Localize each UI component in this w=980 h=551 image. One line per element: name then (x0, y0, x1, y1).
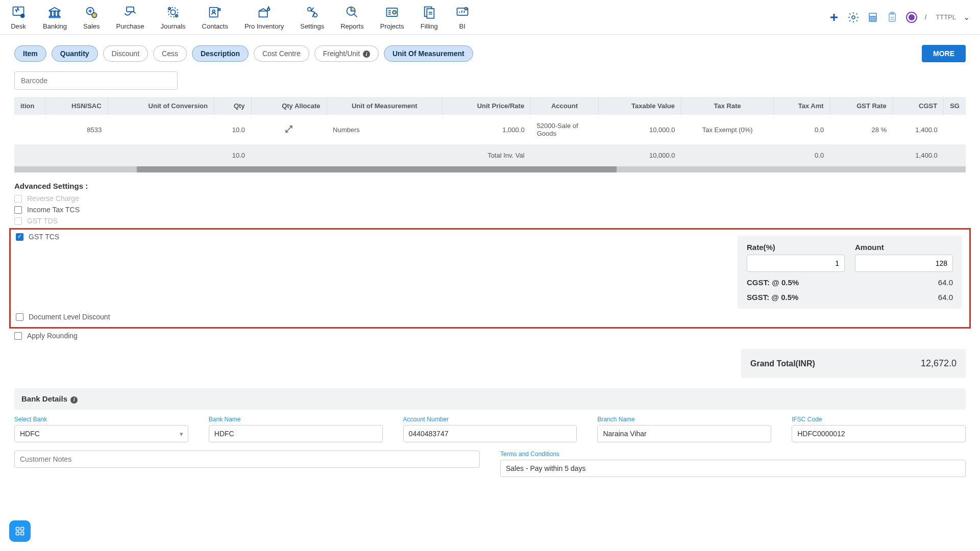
gst-tds-label: GST TDS (27, 217, 58, 225)
th-uoc: Unit of Conversion (108, 97, 214, 115)
svg-point-19 (313, 13, 317, 17)
th-uom: Unit of Measurement (327, 97, 442, 115)
svg-point-30 (870, 17, 871, 18)
nav-reports[interactable]: Reports (340, 4, 364, 30)
info-icon: i (363, 51, 370, 58)
chevron-down-icon[interactable]: ▾ (180, 430, 183, 438)
more-button[interactable]: MORE (922, 45, 966, 62)
calculator-icon[interactable] (867, 11, 879, 23)
company-dropdown[interactable]: ⌄ (963, 12, 970, 22)
svg-rect-16 (259, 11, 267, 17)
terms-input[interactable] (500, 460, 966, 477)
bank-name-input[interactable] (209, 425, 383, 442)
svg-rect-3 (54, 11, 55, 16)
customer-notes-input[interactable] (14, 450, 480, 468)
desk-icon (10, 4, 27, 20)
banking-icon (46, 4, 63, 20)
svg-point-33 (870, 19, 871, 20)
pill-discount[interactable]: Discount (103, 45, 148, 62)
pill-freight[interactable]: Freight/Unit i (314, 45, 379, 62)
nav-desk[interactable]: Desk (10, 4, 27, 30)
tcs-amount-input[interactable] (855, 255, 953, 272)
nav-proinventory[interactable]: Pro Inventory (244, 4, 284, 30)
horizontal-scrollbar[interactable] (137, 166, 617, 172)
projects-icon (384, 4, 400, 20)
income-tax-tcs-checkbox[interactable] (14, 206, 22, 214)
svg-rect-8 (127, 7, 134, 12)
branch-name-label: Branch Name (597, 416, 771, 423)
nav-filling[interactable]: Filling (421, 4, 438, 30)
bank-details-header: Bank Details i (14, 388, 966, 410)
svg-rect-2 (51, 11, 52, 16)
th-ition: ition (14, 97, 45, 115)
gst-tcs-panel: Rate(%) Amount CGST: @ 0.5% 64.0 SGST (738, 236, 962, 309)
apply-rounding-checkbox[interactable] (14, 332, 22, 340)
bank-name-label: Bank Name (209, 416, 383, 423)
svg-point-35 (874, 19, 875, 20)
inventory-icon (256, 4, 273, 20)
svg-point-1 (21, 14, 24, 18)
info-icon[interactable]: i (70, 396, 78, 404)
th-qtyalloc: Qty Allocate (251, 97, 327, 115)
pill-cess[interactable]: Cess (153, 45, 187, 62)
svg-point-22 (393, 11, 396, 14)
pill-quantity[interactable]: Quantity (52, 45, 98, 62)
svg-point-9 (170, 10, 175, 14)
nav-purchase[interactable]: Purchase (116, 4, 144, 30)
clipboard-icon[interactable] (886, 11, 898, 23)
qty-allocate-icon[interactable] (251, 115, 327, 144)
nav-projects[interactable]: Projects (380, 4, 404, 30)
nav-bi[interactable]: BI (454, 4, 471, 30)
svg-point-10 (168, 8, 178, 17)
tcs-amount-label: Amount (855, 243, 953, 252)
nav-contacts[interactable]: Contacts (202, 4, 228, 30)
svg-point-14 (213, 10, 215, 12)
gst-tcs-checkbox[interactable] (16, 233, 23, 241)
gear-icon[interactable] (847, 11, 860, 23)
reports-icon (344, 4, 360, 20)
account-number-label: Account Number (403, 416, 577, 423)
table-row[interactable]: 8533 10.0 Numbers 1,000.0 52000-Sale of … (14, 115, 966, 144)
barcode-input[interactable] (14, 71, 178, 90)
new-badge-icon[interactable] (905, 11, 918, 23)
nav-sales[interactable]: Sales (83, 4, 100, 30)
nav-settings[interactable]: Settings (300, 4, 324, 30)
contacts-icon (207, 4, 223, 20)
th-qty: Qty (214, 97, 251, 115)
income-tax-tcs-label: Income Tax TCS (27, 206, 80, 214)
gst-tcs-highlighted-box: GST TCS Rate(%) Amount (9, 228, 971, 329)
tcs-rate-input[interactable] (747, 255, 845, 272)
th-cgst: CGST (893, 97, 943, 115)
grand-total-label: Grand Total(INR) (750, 359, 815, 368)
th-taxable: Taxable Value (598, 97, 681, 115)
nav-journals[interactable]: Journals (160, 4, 185, 30)
select-bank-input[interactable] (14, 425, 188, 442)
gst-tds-checkbox (14, 217, 22, 225)
th-account: Account (531, 97, 599, 115)
nav-banking[interactable]: Banking (43, 4, 67, 30)
tcs-rate-label: Rate(%) (747, 243, 845, 252)
account-number-input[interactable] (403, 425, 577, 442)
pill-item[interactable]: Item (14, 45, 46, 62)
pill-description[interactable]: Description (192, 45, 249, 62)
advanced-settings: Advanced Settings : Reverse Charge Incom… (14, 182, 966, 340)
add-icon[interactable] (828, 11, 840, 23)
apply-rounding-label: Apply Rounding (27, 332, 78, 340)
branch-name-input[interactable] (597, 425, 771, 442)
reverse-charge-checkbox (14, 195, 22, 203)
svg-point-18 (307, 8, 311, 11)
pill-uom[interactable]: Unit Of Measurement (384, 45, 473, 62)
tcs-cgst-value: 64.0 (938, 278, 953, 287)
pills-row: Item Quantity Discount Cess Description … (14, 45, 966, 62)
ifsc-input[interactable] (792, 425, 966, 442)
adv-title: Advanced Settings : (14, 182, 966, 190)
th-taxamt: Tax Amt (774, 97, 830, 115)
svg-point-32 (874, 17, 875, 18)
pill-costcentre[interactable]: Cost Centre (254, 45, 309, 62)
tcs-cgst-label: CGST: @ 0.5% (747, 278, 799, 287)
select-bank-label: Select Bank (14, 416, 188, 423)
grand-total-panel: Grand Total(INR) 12,672.0 (741, 349, 966, 378)
doc-discount-checkbox[interactable] (16, 313, 23, 321)
tcs-sgst-label: SGST: @ 0.5% (747, 293, 798, 302)
svg-point-31 (872, 17, 873, 18)
